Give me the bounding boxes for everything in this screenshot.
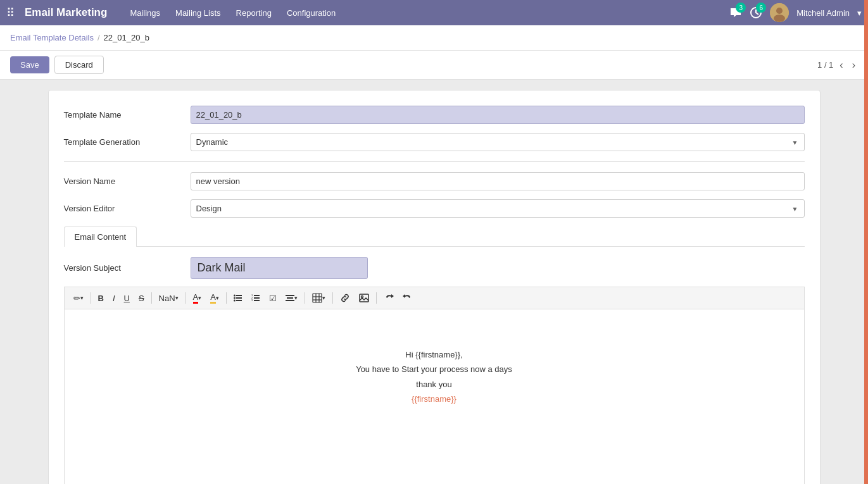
editor-align-btn[interactable]: ▾	[282, 291, 301, 305]
ol-icon: 123	[251, 294, 260, 302]
undo-icon	[384, 293, 394, 303]
tab-email-content[interactable]: Email Content	[64, 226, 137, 247]
editor-italic-btn[interactable]: I	[109, 291, 119, 306]
svg-point-2	[776, 8, 783, 14]
svg-point-3	[774, 15, 785, 22]
editor-bold-btn[interactable]: B	[94, 291, 108, 306]
editor-ol-btn[interactable]: 123	[248, 291, 264, 305]
svg-point-9	[234, 300, 236, 302]
fontcolor-dropdown-arrow: ▾	[198, 295, 201, 301]
clock-badge: 6	[756, 3, 766, 13]
clock-icon-badge[interactable]: 6	[750, 6, 762, 19]
align-icon	[286, 294, 294, 302]
template-generation-select[interactable]: Dynamic Static	[191, 133, 805, 151]
editor-fontsize-btn[interactable]: NaN ▾	[155, 291, 182, 306]
editor-redo-btn[interactable]	[399, 290, 417, 306]
version-name-group: Version Name	[64, 172, 805, 190]
link-icon	[340, 293, 350, 303]
image-icon	[359, 293, 369, 303]
editor-underline-btn[interactable]: U	[120, 291, 134, 306]
version-subject-group: Version Subject	[64, 257, 805, 279]
fontcolor-label: A	[193, 292, 199, 304]
template-generation-select-wrapper: Dynamic Static	[191, 133, 805, 151]
main-content: Template Name Template Generation Dynami…	[0, 80, 868, 484]
nav-mailing-lists[interactable]: Mailing Lists	[175, 6, 221, 20]
save-button[interactable]: Save	[10, 56, 49, 73]
editor-toolbar: ✏ ▾ B I U S NaN ▾ A ▾ A	[64, 287, 805, 309]
avatar[interactable]	[770, 3, 789, 22]
svg-text:3: 3	[251, 299, 253, 302]
user-dropdown-arrow[interactable]: ▾	[857, 8, 862, 18]
version-name-label: Version Name	[64, 177, 191, 186]
topbar-right: 3 6 Mitchell Admin ▾	[729, 3, 862, 22]
editor-link-btn[interactable]	[336, 290, 354, 306]
version-subject-input[interactable]	[191, 257, 368, 279]
svg-rect-18	[286, 300, 294, 301]
editor-checklist-btn[interactable]: ☑	[265, 291, 280, 306]
apps-icon[interactable]: ⠿	[6, 6, 15, 20]
template-generation-group: Template Generation Dynamic Static	[64, 133, 805, 151]
version-editor-select[interactable]: Design Code	[191, 199, 805, 218]
app-title: Email Marketing	[25, 6, 107, 19]
editor-fontcolor-btn[interactable]: A ▾	[189, 290, 206, 306]
svg-rect-4	[236, 295, 242, 296]
nav-reporting[interactable]: Reporting	[236, 6, 272, 20]
svg-rect-17	[287, 297, 293, 299]
svg-rect-16	[286, 295, 294, 296]
fontsize-dropdown-arrow: ▾	[175, 295, 179, 301]
nav-configuration[interactable]: Configuration	[287, 6, 336, 20]
separator-3	[186, 292, 186, 304]
highlight-dropdown-arrow: ▾	[216, 295, 219, 301]
pagination-prev[interactable]: ‹	[837, 58, 845, 72]
separator-5	[305, 292, 305, 304]
svg-rect-12	[254, 300, 260, 301]
version-name-input[interactable]	[191, 172, 805, 190]
separator-4	[226, 292, 227, 304]
action-toolbar: Save Discard 1 / 1 ‹ ›	[0, 51, 868, 80]
pen-dropdown-arrow: ▾	[80, 295, 84, 301]
highlight-label: A	[210, 292, 216, 304]
email-line3: thank you	[356, 377, 512, 392]
separator-1	[91, 292, 91, 304]
svg-rect-6	[236, 300, 242, 301]
template-name-group: Template Name	[64, 106, 805, 124]
svg-rect-24	[360, 294, 368, 302]
email-body: Hi {{firstname}}, You have to Start your…	[356, 322, 512, 432]
ul-icon	[234, 294, 242, 302]
chat-icon-badge[interactable]: 3	[729, 6, 742, 19]
chat-badge: 3	[736, 3, 746, 13]
table-dropdown-arrow: ▾	[322, 295, 325, 301]
form-card: Template Name Template Generation Dynami…	[48, 90, 821, 484]
editor-image-btn[interactable]	[355, 290, 373, 306]
nav-mailings[interactable]: Mailings	[130, 6, 160, 20]
username-label[interactable]: Mitchell Admin	[796, 8, 850, 18]
topbar: ⠿ Email Marketing Mailings Mailing Lists…	[0, 0, 868, 25]
editor-content[interactable]: Hi {{firstname}}, You have to Start your…	[64, 309, 805, 484]
breadcrumb-current: 22_01_20_b	[104, 33, 149, 42]
editor-strikethrough-btn[interactable]: S	[135, 291, 148, 306]
editor-pen-btn[interactable]: ✏ ▾	[70, 291, 87, 306]
svg-rect-10	[254, 295, 260, 296]
separator-6	[332, 292, 333, 304]
breadcrumb-parent[interactable]: Email Template Details	[10, 33, 94, 42]
table-icon	[312, 293, 322, 303]
editor-ul-btn[interactable]	[230, 291, 246, 305]
email-line1: Hi {{firstname}},	[356, 347, 512, 362]
discard-button[interactable]: Discard	[54, 56, 104, 74]
editor-highlight-btn[interactable]: A ▾	[206, 290, 223, 306]
breadcrumb-separator: /	[97, 33, 100, 42]
breadcrumb: Email Template Details / 22_01_20_b	[0, 25, 868, 51]
pagination: 1 / 1 ‹ ›	[817, 58, 858, 72]
version-subject-label: Version Subject	[64, 263, 191, 273]
svg-rect-19	[313, 294, 322, 302]
editor-undo-btn[interactable]	[380, 290, 398, 306]
version-editor-group: Version Editor Design Code	[64, 199, 805, 218]
version-editor-select-wrapper: Design Code	[191, 199, 805, 218]
email-line4: {{firstname}}	[356, 392, 512, 406]
template-name-input[interactable]	[191, 106, 805, 124]
version-editor-label: Version Editor	[64, 204, 191, 213]
redo-icon	[403, 293, 413, 303]
tab-bar: Email Content	[64, 226, 805, 247]
editor-table-btn[interactable]: ▾	[308, 290, 329, 306]
pagination-next[interactable]: ›	[850, 58, 858, 72]
